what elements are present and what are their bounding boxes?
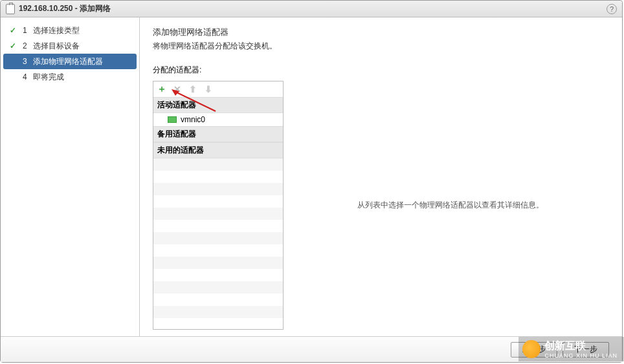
help-icon[interactable]: ? bbox=[607, 4, 617, 14]
add-icon[interactable]: ＋ bbox=[156, 83, 168, 95]
list-row bbox=[153, 208, 283, 220]
list-row bbox=[153, 281, 283, 294]
titlebar[interactable]: 192.168.10.250 - 添加网络 ? bbox=[1, 1, 622, 17]
remove-icon[interactable]: ✕ bbox=[172, 83, 183, 95]
move-down-icon[interactable]: ⬇ bbox=[203, 83, 214, 95]
list-row bbox=[153, 183, 283, 195]
list-row bbox=[153, 257, 283, 269]
window-title: 192.168.10.250 - 添加网络 bbox=[19, 3, 111, 14]
step-number: 3 bbox=[23, 57, 29, 66]
wizard-body: ✓ 1 选择连接类型 ✓ 2 选择目标设备 3 添加物理网络适配器 ✓ 4 即将… bbox=[1, 17, 622, 336]
list-row bbox=[153, 232, 283, 244]
back-button[interactable]: 上一步 bbox=[511, 342, 557, 358]
list-row bbox=[153, 171, 283, 183]
list-row bbox=[153, 269, 283, 281]
adapter-list: ＋ ✕ ⬆ ⬇ 活动适配器 vmnic0 备用适配器 bbox=[153, 81, 284, 330]
step-label: 选择目标设备 bbox=[33, 41, 80, 52]
adapter-detail-pane: 从列表中选择一个物理网络适配器以查看其详细信息。 bbox=[291, 81, 609, 330]
adapter-item[interactable]: vmnic0 bbox=[153, 113, 283, 126]
page-subtitle: 将物理网络适配器分配给该交换机。 bbox=[153, 41, 609, 52]
assigned-adapters-label: 分配的适配器: bbox=[153, 65, 609, 76]
list-row bbox=[153, 244, 283, 257]
check-icon: ✓ bbox=[10, 41, 19, 50]
steps-sidebar: ✓ 1 选择连接类型 ✓ 2 选择目标设备 3 添加物理网络适配器 ✓ 4 即将… bbox=[1, 17, 140, 336]
step-label: 即将完成 bbox=[33, 72, 64, 83]
list-row bbox=[153, 294, 283, 306]
list-row bbox=[153, 306, 283, 318]
detail-placeholder: 从列表中选择一个物理网络适配器以查看其详细信息。 bbox=[357, 200, 544, 211]
list-row bbox=[153, 158, 283, 171]
next-button[interactable]: 下一步 bbox=[563, 342, 609, 358]
step-ready-complete[interactable]: ✓ 4 即将完成 bbox=[1, 69, 139, 85]
wizard-window: 192.168.10.250 - 添加网络 ? ✓ 1 选择连接类型 ✓ 2 选… bbox=[0, 0, 623, 363]
step-label: 添加物理网络适配器 bbox=[33, 56, 103, 67]
check-icon: ✓ bbox=[10, 26, 19, 35]
step-number: 4 bbox=[23, 72, 29, 81]
list-row bbox=[153, 220, 283, 232]
adapter-name: vmnic0 bbox=[181, 115, 205, 124]
page-title: 添加物理网络适配器 bbox=[153, 27, 609, 38]
step-connection-type[interactable]: ✓ 1 选择连接类型 bbox=[1, 23, 139, 38]
step-add-adapter[interactable]: 3 添加物理网络适配器 bbox=[3, 54, 137, 69]
nic-icon bbox=[168, 116, 177, 123]
step-target-device[interactable]: ✓ 2 选择目标设备 bbox=[1, 38, 139, 54]
host-icon bbox=[6, 4, 15, 14]
standby-adapters-header: 备用适配器 bbox=[153, 126, 283, 142]
adapter-toolbar: ＋ ✕ ⬆ ⬇ bbox=[153, 81, 283, 97]
list-row bbox=[153, 318, 283, 329]
empty-rows bbox=[153, 158, 283, 329]
wizard-footer: 上一步 下一步 bbox=[1, 336, 622, 362]
unused-adapters-header: 未用的适配器 bbox=[153, 142, 283, 158]
list-row bbox=[153, 195, 283, 208]
step-number: 1 bbox=[23, 26, 29, 35]
step-number: 2 bbox=[23, 41, 29, 50]
move-up-icon[interactable]: ⬆ bbox=[187, 83, 199, 95]
main-panel: 添加物理网络适配器 将物理网络适配器分配给该交换机。 分配的适配器: ＋ ✕ ⬆… bbox=[140, 17, 622, 336]
content-row: ＋ ✕ ⬆ ⬇ 活动适配器 vmnic0 备用适配器 bbox=[153, 81, 609, 330]
step-label: 选择连接类型 bbox=[33, 25, 80, 36]
active-adapters-header: 活动适配器 bbox=[153, 97, 283, 113]
